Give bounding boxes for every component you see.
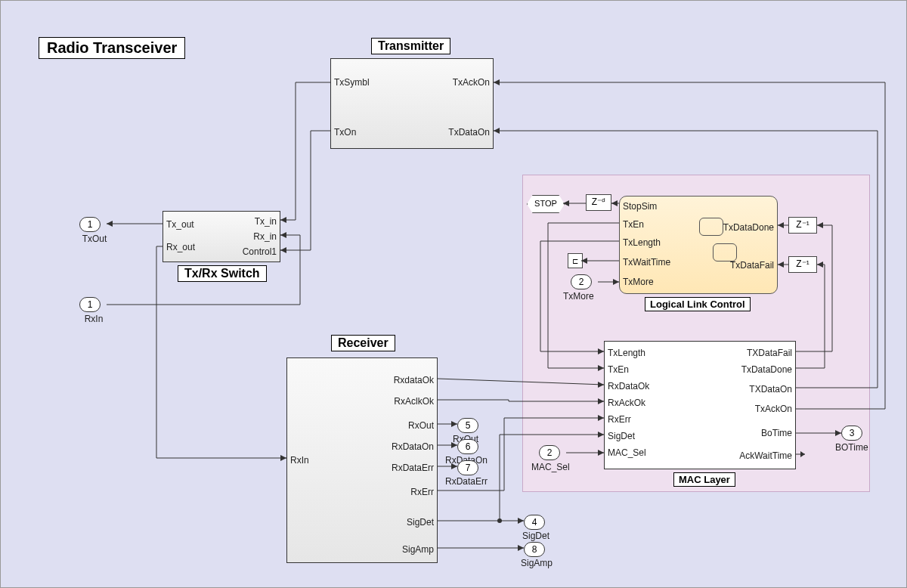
outport-botime[interactable]: 3 [841,426,862,441]
outport-sigamp-label: SigAmp [521,558,553,568]
outport-rxdataerr-label: RxDataErr [445,476,488,487]
mac-txdataon: TXDataOn [749,384,792,395]
svg-marker-1 [280,455,286,461]
llc-txlength: TxLength [623,237,661,248]
llc-stopsim: StopSim [623,201,657,212]
port-txsymbl: TxSymbl [334,77,370,88]
llc-txen: TxEn [623,219,644,230]
llc-txmore: TxMore [623,277,654,287]
port-rxerr-r: RxErr [410,487,434,497]
transmitter-block[interactable]: TxSymbl TxOn TxAckOn TxDataOn [330,58,494,149]
inport-txmore[interactable]: 2 [571,274,592,289]
llc-txdatafail: TxDataFail [730,260,774,271]
delay-z1-b[interactable]: Z⁻¹ [788,256,817,273]
stop-block[interactable]: STOP [527,195,565,213]
delay-zd[interactable]: Z⁻ᵈ [586,194,611,211]
svg-point-20 [497,518,502,523]
mac-rxerr: RxErr [608,414,631,425]
svg-marker-24 [451,421,457,427]
terminator-block[interactable]: ⊏ [568,253,583,268]
inport-macsel[interactable]: 2 [539,445,560,460]
outport-rxout[interactable]: 5 [457,418,478,433]
outport-sigamp[interactable]: 8 [524,542,545,557]
llc-block[interactable]: StopSim TxEn TxLength TxWaitTime TxMore … [619,196,778,294]
port-rxdataok: RxdataOk [394,375,434,385]
port-rxin-r: Rx_in [253,231,277,242]
outport-botime-label: BOTime [835,442,868,453]
port-txon: TxOn [334,127,356,138]
receiver-block[interactable]: RxIn RxdataOk RxAclkOk RxOut RxDataOn Rx… [286,357,438,563]
receiver-title: Receiver [331,335,395,351]
svg-marker-4 [280,247,286,253]
mac-botime: BoTime [761,428,792,438]
mac-rxackok: RxAckOk [608,398,645,408]
llc-title: Logical Link Control [645,297,751,311]
svg-marker-5 [494,79,500,85]
port-txdataon: TxDataOn [448,127,490,138]
switch-title: Tx/Rx Switch [178,265,267,282]
svg-marker-22 [518,518,524,524]
llc-state-2 [713,243,737,262]
mac-txdatadone: TxDataDone [741,364,792,375]
mac-sigdet: SigDet [608,431,635,441]
port-txackon: TxAckOn [453,77,490,88]
outport-txout[interactable]: 1 [79,217,101,232]
svg-marker-0 [107,221,113,227]
inport-macsel-label: MAC_Sel [531,462,570,472]
mac-macsel: MAC_Sel [608,447,646,458]
outport-rxdataon[interactable]: 6 [457,439,478,454]
svg-marker-23 [518,545,524,551]
mac-txlength: TxLength [608,348,645,358]
mac-txackon: TxAckOn [755,404,792,414]
mac-block[interactable]: TxLength TxEn RxDataOk RxAckOk RxErr Sig… [604,341,796,469]
transmitter-title: Transmitter [371,38,450,54]
port-txin-r: Tx_in [255,216,277,227]
port-rxout-l: Rx_out [166,242,195,252]
port-sigamp-r: SigAmp [402,544,434,555]
llc-txwait: TxWaitTime [623,257,670,268]
mac-txdatafail: TXDataFail [747,348,792,358]
svg-marker-2 [280,232,286,238]
mac-txen: TxEn [608,364,629,375]
port-rxout-r: RxOut [408,420,434,431]
diagram-canvas: Radio Transceiver Transmitter TxSymbl Tx… [0,0,907,588]
port-rxdataerr-r: RxDataErr [392,463,434,473]
outport-txout-label: TxOut [79,234,110,244]
inport-txmore-label: TxMore [563,291,594,302]
outport-sigdet[interactable]: 4 [524,515,545,530]
outport-sigdet-label: SigDet [522,531,549,541]
port-rxdataon-r: RxDataOn [392,441,434,452]
inport-rxin[interactable]: 1 [79,297,101,312]
delay-z1-a[interactable]: Z⁻¹ [788,217,817,234]
svg-marker-3 [280,217,286,223]
outport-rxdataerr[interactable]: 7 [457,460,478,475]
mac-ackwait: AckWaitTime [739,450,792,461]
txrx-switch-block[interactable]: Tx_out Rx_out Tx_in Rx_in Control1 [163,211,280,262]
diagram-title: Radio Transceiver [39,37,185,59]
port-txout-l: Tx_out [166,219,194,230]
port-rxin-l: RxIn [290,455,309,466]
port-sigdet-r: SigDet [407,517,434,528]
port-rxaclkok: RxAclkOk [394,396,434,407]
llc-txdatadone: TxDataDone [723,222,774,233]
port-control1: Control1 [243,246,277,257]
mac-title: MAC Layer [673,472,735,487]
mac-rxdataok: RxDataOk [608,381,649,391]
llc-state-1 [699,218,723,236]
svg-marker-6 [494,128,500,134]
inport-rxin-label: RxIn [82,314,105,324]
